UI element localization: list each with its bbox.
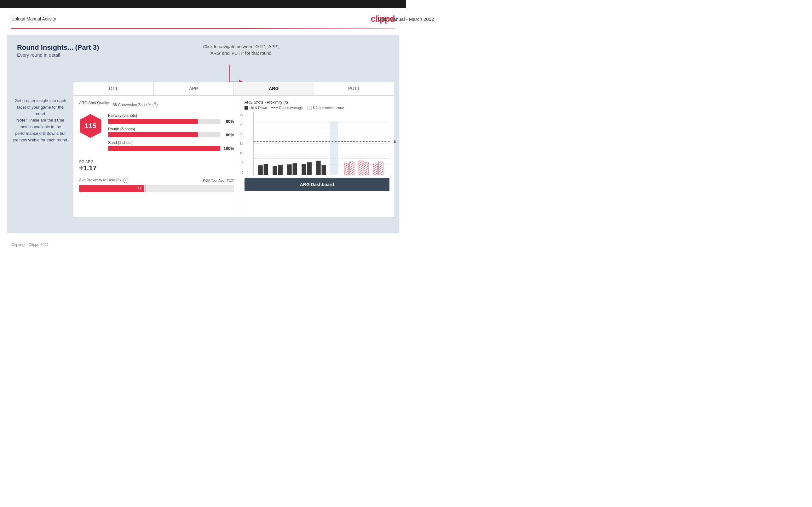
proximity-value: 77' (137, 186, 142, 190)
legend-round-avg-label: Round Average (279, 106, 303, 110)
proximity-cursor (146, 185, 146, 192)
bar-fill-rough (108, 132, 198, 137)
round-avg-value: 8 (394, 140, 396, 143)
svg-rect-19 (321, 165, 326, 175)
svg-rect-20 (329, 122, 338, 175)
note-label: Note: (16, 118, 27, 122)
svg-rect-11 (263, 164, 268, 175)
tab-app[interactable]: APP (154, 82, 234, 96)
bar-row-rough: Rough (5 shots) 80% (108, 127, 234, 137)
chart-area: 8 (253, 112, 390, 175)
bar-row-fairway: Fairway (5 shots) 80% (108, 113, 234, 124)
top-bar (0, 0, 406, 8)
bar-pct-rough: 80% (223, 132, 234, 137)
bar-label-rough: Rough (5 shots) (108, 127, 234, 131)
tab-ott[interactable]: OTT (73, 82, 154, 96)
right-panel: ARG Shots - Proximity (ft) Up & Down Rou… (240, 96, 394, 215)
legend-up-down-label: Up & Down (250, 106, 267, 110)
svg-rect-17 (307, 162, 311, 175)
arg-dashboard-button[interactable]: ARG Dashboard (245, 178, 390, 191)
legend-dash-icon (271, 107, 277, 108)
proximity-bar: 77' (79, 185, 234, 192)
left-panel: ARG Shot Quality 6ft Conversion Zone % ?… (73, 96, 240, 215)
svg-rect-13 (278, 165, 282, 175)
svg-rect-16 (302, 164, 306, 175)
right-panel-title: ARG Shots - Proximity (ft) (245, 100, 390, 105)
upload-link[interactable]: Upload Manual Activity (11, 16, 56, 21)
conversion-label: 6ft Conversion Zone % (113, 103, 151, 107)
bar-outer-rough (108, 132, 220, 137)
legend-hatch-icon (307, 106, 312, 110)
svg-rect-26 (378, 162, 383, 175)
y-axis: 30 25 20 15 10 5 0 (236, 112, 245, 175)
left-description: Get greater insight into each facet of y… (12, 98, 69, 144)
legend: Up & Down Round Average 6 ft conversion … (245, 106, 390, 110)
proximity-bar-fill: 77' (79, 185, 144, 192)
tab-putt[interactable]: PUTT (314, 82, 394, 96)
sg-value: +1.17 (79, 164, 234, 172)
svg-rect-10 (258, 165, 262, 175)
hex-score: 115 (79, 113, 102, 138)
svg-rect-21 (344, 163, 349, 175)
svg-rect-22 (350, 162, 354, 175)
bar-pct-fairway: 80% (223, 119, 234, 124)
bar-label-fairway: Fairway (5 shots) (108, 113, 234, 118)
legend-round-avg: Round Average (271, 106, 303, 110)
footer: Copyright Clippd 2021 (0, 239, 406, 251)
bar-fill-fairway (108, 119, 198, 124)
proximity-label: Avg Proximity to Hole (ft) ? (79, 178, 128, 183)
bar-fill-sand (108, 146, 220, 151)
pga-avg: ↑ PGA Tour Avg: 7'10" (200, 178, 234, 182)
info-icon[interactable]: ? (153, 102, 158, 107)
proximity-header: Avg Proximity to Hole (ft) ? ↑ PGA Tour … (79, 178, 234, 183)
legend-6ft: 6 ft conversion zone (307, 106, 344, 110)
header-divider (11, 29, 395, 29)
svg-rect-15 (292, 163, 297, 175)
shot-quality-label: ARG Shot Quality (79, 101, 109, 105)
bar-track-rough: 80% (108, 132, 234, 137)
header-center-text: User Manual - March 2022 (378, 16, 406, 22)
svg-rect-12 (272, 166, 277, 175)
legend-sq-icon (245, 106, 248, 110)
nav-hint-line2: 'ARG' and 'PUTT' for that round. (210, 51, 273, 56)
bars-section: Fairway (5 shots) 80% Rough (5 shots) (108, 113, 234, 154)
bar-track-fairway: 80% (108, 119, 234, 124)
bar-track-sand: 100% (108, 146, 234, 151)
hex-value: 115 (85, 122, 96, 130)
tab-arg[interactable]: ARG (234, 82, 314, 96)
svg-rect-14 (287, 164, 292, 175)
legend-up-down: Up & Down (245, 106, 267, 110)
nav-hint-line1: Click to navigate between 'OTT', 'APP', (203, 44, 280, 49)
proximity-info-icon[interactable]: ? (123, 178, 128, 183)
tab-row: OTT APP ARG PUTT (73, 82, 394, 96)
bar-outer-sand (108, 146, 220, 151)
svg-rect-25 (373, 163, 377, 175)
svg-rect-23 (359, 161, 363, 175)
bar-pct-sand: 100% (223, 146, 234, 151)
sg-label: SG ARG (79, 160, 234, 164)
hex-bars-container: 115 Fairway (5 shots) 80% (79, 113, 234, 154)
main-content: Round Insights... (Part 3) Every round i… (7, 35, 399, 233)
chart-svg (254, 112, 390, 175)
bar-row-sand: Sand (1 shots) 100% (108, 140, 234, 151)
card-body: ARG Shot Quality 6ft Conversion Zone % ?… (73, 96, 394, 215)
copyright: Copyright Clippd 2021 (11, 242, 49, 247)
legend-6ft-label: 6 ft conversion zone (313, 106, 344, 110)
svg-rect-24 (364, 162, 369, 175)
proximity-section: Avg Proximity to Hole (ft) ? ↑ PGA Tour … (79, 178, 234, 192)
bar-outer-fairway (108, 119, 220, 124)
sg-section: SG ARG +1.17 (79, 160, 234, 172)
svg-rect-18 (316, 161, 320, 175)
bar-label-sand: Sand (1 shots) (108, 140, 234, 145)
card-panel: OTT APP ARG PUTT ARG Shot Quality 6ft Co… (73, 82, 394, 217)
header: Upload Manual Activity User Manual - Mar… (0, 8, 406, 29)
nav-hint: Click to navigate between 'OTT', 'APP', … (203, 44, 280, 57)
